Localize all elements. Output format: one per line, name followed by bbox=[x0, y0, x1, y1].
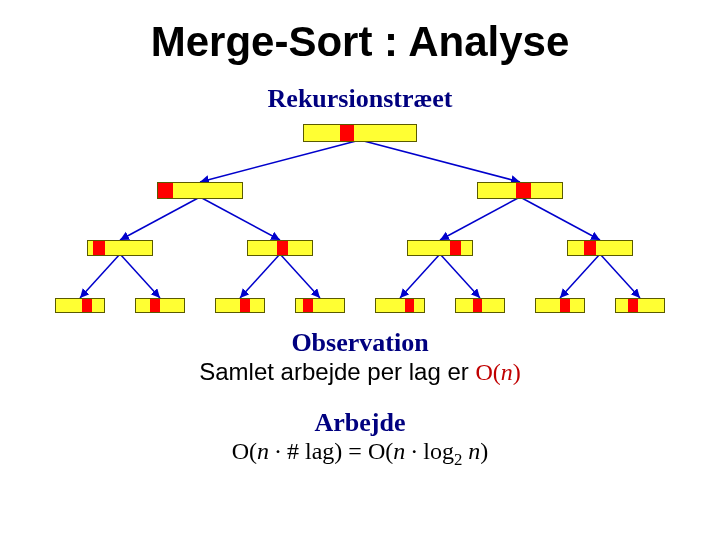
segment-yellow bbox=[616, 299, 628, 312]
segment-yellow bbox=[92, 299, 104, 312]
tree-edge bbox=[80, 254, 120, 298]
f-mid2: · log bbox=[405, 438, 454, 464]
segment-yellow bbox=[376, 299, 405, 312]
f-var1: n bbox=[257, 438, 269, 464]
tree-node bbox=[567, 240, 633, 256]
segment-red bbox=[340, 125, 355, 141]
f-close: ) bbox=[480, 438, 488, 464]
segment-red bbox=[240, 299, 250, 312]
tree-edge bbox=[440, 197, 520, 240]
big-o-var: n bbox=[501, 359, 513, 385]
observation-prefix: Samlet arbejde per lag er bbox=[199, 358, 475, 385]
segment-yellow bbox=[354, 125, 416, 141]
tree-edge bbox=[240, 254, 280, 298]
tree-node bbox=[535, 298, 585, 313]
work-formula: O(n · # lag) = O(n · log2 n) bbox=[0, 438, 720, 470]
segment-yellow bbox=[536, 299, 560, 312]
segment-yellow bbox=[482, 299, 504, 312]
tree-edge bbox=[200, 197, 280, 240]
segment-yellow bbox=[216, 299, 240, 312]
segment-yellow bbox=[408, 241, 450, 255]
f-open: O( bbox=[232, 438, 257, 464]
segment-red bbox=[473, 299, 483, 312]
segment-red bbox=[584, 241, 596, 255]
tree-node bbox=[615, 298, 665, 313]
segment-red bbox=[158, 183, 173, 198]
segment-yellow bbox=[160, 299, 184, 312]
tree-node bbox=[303, 124, 417, 142]
segment-yellow bbox=[414, 299, 424, 312]
tree-edge bbox=[400, 254, 440, 298]
segment-red bbox=[450, 241, 462, 255]
f-mid1: · # lag) = O( bbox=[269, 438, 393, 464]
segment-yellow bbox=[570, 299, 584, 312]
segment-yellow bbox=[56, 299, 82, 312]
segment-yellow bbox=[313, 299, 344, 312]
tree-node bbox=[375, 298, 425, 313]
tree-edge bbox=[200, 140, 360, 182]
segment-yellow bbox=[596, 241, 632, 255]
segment-yellow bbox=[638, 299, 664, 312]
work-heading: Arbejde bbox=[0, 408, 720, 438]
segment-yellow bbox=[136, 299, 150, 312]
tree-edge bbox=[360, 140, 520, 182]
segment-yellow bbox=[531, 183, 562, 198]
f-var3: n bbox=[468, 438, 480, 464]
segment-yellow bbox=[568, 241, 584, 255]
tree-node bbox=[295, 298, 345, 313]
segment-yellow bbox=[173, 183, 242, 198]
tree-edge bbox=[600, 254, 640, 298]
segment-yellow bbox=[304, 125, 340, 141]
tree-node bbox=[157, 182, 243, 199]
big-o-open: O( bbox=[475, 359, 500, 385]
tree-node bbox=[247, 240, 313, 256]
big-o-close: ) bbox=[513, 359, 521, 385]
segment-red bbox=[628, 299, 638, 312]
tree-node bbox=[455, 298, 505, 313]
tree-edge bbox=[440, 254, 480, 298]
tree-edge bbox=[120, 197, 200, 240]
segment-yellow bbox=[456, 299, 473, 312]
tree-node bbox=[87, 240, 153, 256]
segment-yellow bbox=[105, 241, 152, 255]
segment-red bbox=[405, 299, 415, 312]
segment-red bbox=[303, 299, 313, 312]
segment-yellow bbox=[288, 241, 312, 255]
segment-red bbox=[516, 183, 531, 198]
work-block: Arbejde O(n · # lag) = O(n · log2 n) bbox=[0, 408, 720, 470]
f-var2: n bbox=[393, 438, 405, 464]
tree-heading: Rekursionstræet bbox=[0, 84, 720, 114]
segment-yellow bbox=[296, 299, 303, 312]
segment-red bbox=[150, 299, 160, 312]
segment-yellow bbox=[478, 183, 516, 198]
segment-yellow bbox=[248, 241, 277, 255]
segment-red bbox=[560, 299, 570, 312]
page-title: Merge-Sort : Analyse bbox=[0, 0, 720, 66]
tree-node bbox=[477, 182, 563, 199]
tree-node bbox=[215, 298, 265, 313]
segment-red bbox=[277, 241, 289, 255]
segment-red bbox=[82, 299, 92, 312]
tree-edge bbox=[280, 254, 320, 298]
tree-node bbox=[135, 298, 185, 313]
tree-node bbox=[407, 240, 473, 256]
recursion-tree bbox=[0, 114, 720, 334]
tree-edges bbox=[0, 114, 720, 334]
observation-block: Observation Samlet arbejde per lag er O(… bbox=[0, 328, 720, 386]
segment-yellow bbox=[250, 299, 264, 312]
tree-edge bbox=[560, 254, 600, 298]
tree-edge bbox=[520, 197, 600, 240]
tree-node bbox=[55, 298, 105, 313]
tree-edge bbox=[120, 254, 160, 298]
segment-yellow bbox=[461, 241, 472, 255]
segment-red bbox=[93, 241, 105, 255]
observation-text: Samlet arbejde per lag er O(n) bbox=[0, 358, 720, 386]
